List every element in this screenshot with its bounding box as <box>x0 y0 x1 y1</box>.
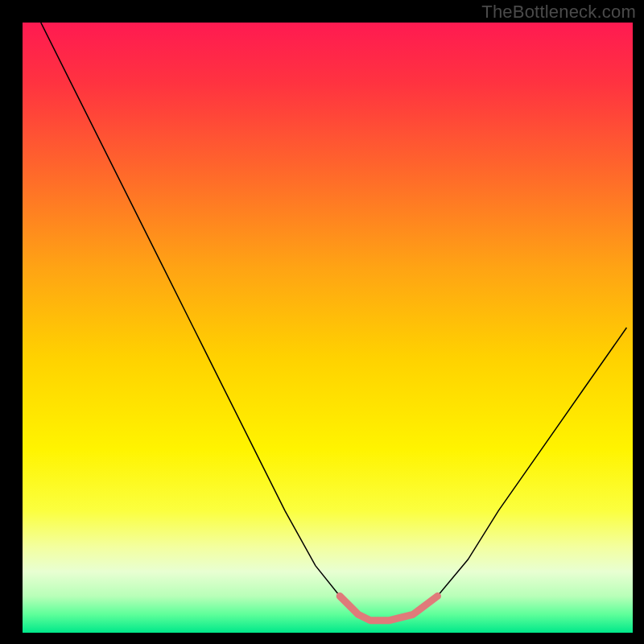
bottleneck-chart <box>23 23 633 633</box>
chart-frame: TheBottleneck.com <box>0 0 644 644</box>
watermark-text: TheBottleneck.com <box>481 2 636 23</box>
svg-rect-0 <box>23 23 633 633</box>
